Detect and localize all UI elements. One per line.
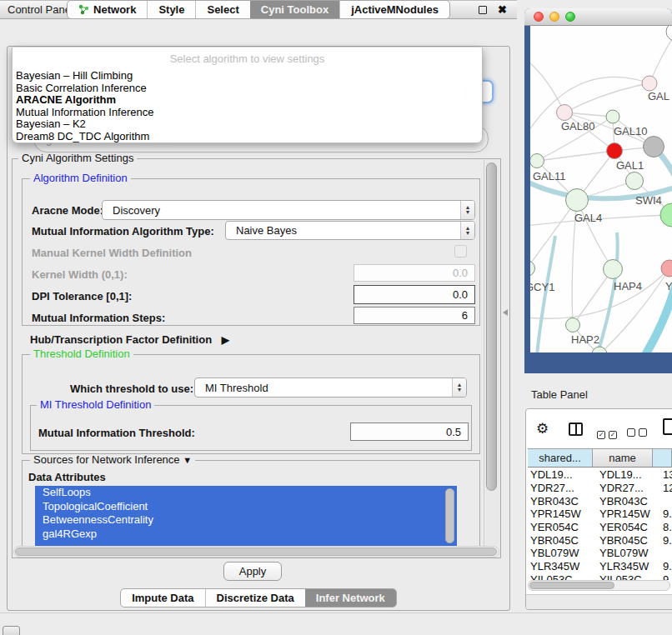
aracne-mode-label: Aracne Mode: — [32, 204, 103, 217]
node-label: GAL11 — [533, 170, 566, 182]
combo-spinner-icon[interactable]: ▴▾ — [460, 222, 474, 239]
column-header-shared[interactable]: shared... — [528, 449, 593, 467]
network-node[interactable] — [606, 110, 619, 123]
which-threshold-label: Which threshold to use: — [70, 382, 193, 395]
dropdown-item[interactable]: Bayesian – Hill Climbing — [13, 70, 482, 82]
mi-type-combo[interactable]: Naive Bayes ▴▾ — [225, 221, 475, 240]
table-cell: YDR27... — [593, 482, 653, 494]
network-node[interactable] — [604, 260, 623, 279]
table-cell: YBL079W — [593, 547, 653, 559]
node-label: GAL — [648, 90, 669, 102]
attribute-list-item[interactable]: SelfLoops — [35, 486, 457, 500]
which-threshold-combo[interactable]: MI Threshold ▴▾ — [194, 378, 467, 398]
aracne-mode-combo[interactable]: Discovery ▴▾ — [102, 200, 475, 220]
table-row[interactable]: YDR27...YDR27...12 — [528, 482, 672, 495]
tab-network[interactable]: Network — [68, 1, 147, 18]
dropdown-item[interactable]: Dream8 DC_TDC Algorithm — [13, 131, 482, 143]
dropdown-item[interactable]: Basic Correlation Inference — [13, 82, 482, 95]
combo-spinner-icon[interactable]: ▴▾ — [460, 201, 474, 219]
collapse-arrow-icon[interactable]: ▼ — [183, 455, 192, 465]
settings-hscrollbar-thumb[interactable] — [15, 548, 497, 556]
sources-title[interactable]: Sources for Network Inference ▼ — [30, 454, 195, 466]
mi-steps-field[interactable]: 6 — [354, 307, 475, 324]
split-columns-icon[interactable] — [569, 422, 583, 436]
tab-select[interactable]: Select — [195, 1, 249, 18]
dropdown-item[interactable]: Mutual Information Inference — [13, 107, 482, 119]
data-attributes-label: Data Attributes — [28, 471, 106, 483]
dropdown-placeholder: Select algorithm to view settings — [13, 48, 482, 70]
table-cell: YBL079W — [528, 547, 593, 559]
combo-spinner-icon[interactable]: ▴▾ — [452, 378, 466, 397]
network-node[interactable] — [644, 137, 664, 158]
close-button[interactable] — [534, 12, 544, 22]
network-view-window: GALGAL80GAL10GAL1GAL11SWI4GAL4GCY1HAP4YH… — [524, 8, 672, 373]
tab-infer-network[interactable]: Infer Network — [305, 589, 396, 607]
tab-style[interactable]: Style — [147, 1, 195, 18]
attribute-list-item[interactable]: BetweennessCentrality — [35, 513, 457, 528]
table-cell: 13 — [653, 468, 672, 481]
unchecked-boxes-icon[interactable] — [627, 427, 650, 439]
document-icon[interactable] — [663, 418, 672, 435]
cyni-settings-title: Cyni Algorithm Settings — [18, 152, 137, 164]
network-node[interactable] — [626, 172, 644, 190]
zoom-button[interactable] — [565, 12, 575, 22]
table-cell: 9. — [653, 508, 672, 520]
table-row[interactable]: YBR045CYBR045C9. — [528, 533, 672, 547]
tab-impute-data[interactable]: Impute Data — [121, 589, 204, 607]
tab-discretize-data[interactable]: Discretize Data — [205, 589, 305, 607]
tab-jactivemnodules[interactable]: jActiveMNodules — [339, 1, 449, 18]
network-node[interactable] — [530, 261, 535, 277]
node-label: HAP2 — [571, 333, 599, 346]
table-cell: YIL053C — [528, 573, 593, 580]
apply-button[interactable]: Apply — [223, 562, 282, 581]
bottom-left-mini-button[interactable] — [3, 626, 20, 635]
split-pane-collapse-arrow[interactable] — [503, 309, 508, 316]
attribute-list-scrollbar[interactable] — [445, 488, 454, 543]
mi-steps-label: Mutual Information Steps: — [32, 312, 165, 324]
checked-boxes-icon[interactable]: ✓✓ — [597, 427, 620, 439]
network-canvas[interactable]: GALGAL80GAL10GAL1GAL11SWI4GAL4GCY1HAP4YH… — [530, 26, 672, 352]
data-attributes-list[interactable]: SelfLoopsTopologicalCoefficientBetweenne… — [35, 486, 457, 545]
table-row[interactable]: YER054CYER054C8. — [528, 521, 672, 534]
mi-threshold-field[interactable]: 0.5 — [350, 422, 469, 441]
table-cell: YLR345W — [593, 560, 653, 572]
dpi-tolerance-field[interactable]: 0.0 — [354, 285, 475, 304]
network-node[interactable] — [607, 143, 623, 159]
settings-scrollbar-thumb[interactable] — [486, 162, 497, 491]
attribute-list-item[interactable]: TopologicalCoefficient — [35, 500, 457, 514]
table-hscrollbar-thumb[interactable] — [529, 582, 614, 589]
kernel-width-field[interactable]: 0.0 — [354, 264, 475, 282]
expand-arrow-icon[interactable]: ▶ — [222, 334, 229, 346]
network-node[interactable] — [642, 76, 657, 91]
network-node[interactable] — [557, 105, 573, 121]
table-cell: YPR145W — [528, 508, 593, 520]
tab-cyni-toolbox[interactable]: Cyni Toolbox — [250, 1, 339, 18]
network-node[interactable] — [566, 318, 580, 332]
network-node[interactable] — [592, 347, 607, 352]
attribute-list-item[interactable]: gal4RGexp — [35, 528, 457, 542]
manual-kernel-checkbox[interactable] — [454, 245, 467, 258]
table-row[interactable]: YBR043CYBR043C — [528, 494, 672, 508]
network-node[interactable] — [566, 189, 589, 212]
column-header-cut[interactable] — [653, 449, 672, 467]
table-cell: YDL19... — [593, 468, 653, 481]
minimize-button[interactable] — [549, 12, 559, 22]
algorithm-dropdown-list: Bayesian – Hill ClimbingBasic Correlatio… — [13, 70, 482, 143]
network-node[interactable] — [660, 203, 672, 227]
network-node[interactable] — [530, 154, 544, 168]
column-header-name[interactable]: name — [593, 449, 653, 467]
network-node[interactable] — [666, 26, 672, 41]
table-row[interactable]: YLR345WYLR345W9. — [528, 560, 672, 573]
table-cell: YLR345W — [528, 560, 593, 572]
network-svg: GALGAL80GAL10GAL1GAL11SWI4GAL4GCY1HAP4YH… — [530, 26, 672, 352]
table-row[interactable]: YDL19...YDL19...13 — [528, 468, 672, 482]
node-label: GAL1 — [616, 159, 644, 172]
network-window-titlebar — [524, 8, 672, 26]
table-row[interactable]: YBL079WYBL079W — [528, 547, 672, 560]
dropdown-item[interactable]: Bayesian – K2 — [13, 118, 482, 131]
table-row[interactable]: YPR145WYPR145W9. — [528, 508, 672, 521]
hub-definition-expander[interactable]: Hub/Transcription Factor Definition ▶ — [30, 333, 229, 346]
table-row[interactable]: YIL053CYIL053C9. — [528, 573, 672, 581]
dropdown-item[interactable]: ARACNE Algorithm — [13, 94, 482, 107]
gear-icon[interactable]: ⚙ — [536, 420, 549, 438]
